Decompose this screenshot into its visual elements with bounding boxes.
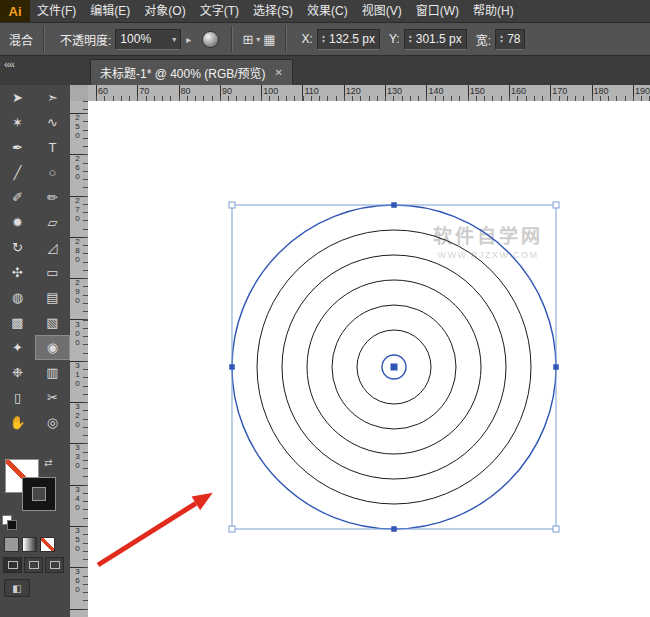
- stroke-swatch[interactable]: [22, 477, 56, 511]
- zoom-tool[interactable]: ◎: [35, 410, 70, 435]
- paintbrush-tool[interactable]: ✐: [0, 185, 35, 210]
- hruler-label: 120: [346, 86, 361, 96]
- chevron-down-icon[interactable]: ▾: [172, 35, 176, 44]
- annotation-arrow-head: [192, 493, 213, 510]
- blend-tool-icon: ◉: [47, 340, 58, 355]
- shape-builder-tool-icon: ◍: [12, 290, 23, 305]
- pen-tool[interactable]: ✒: [0, 135, 35, 160]
- hruler-label: 90: [222, 86, 232, 96]
- x-input[interactable]: ▴▾ 132.5 px: [317, 29, 380, 50]
- anchor-point[interactable]: [229, 364, 235, 370]
- free-transform-tool-icon: ▭: [46, 265, 58, 280]
- hruler-label: 160: [511, 86, 526, 96]
- selection-handle[interactable]: [229, 202, 235, 208]
- separator: [43, 26, 45, 52]
- eyedropper-tool[interactable]: ✦: [0, 335, 35, 360]
- stepper-icon[interactable]: ▴▾: [409, 34, 412, 44]
- opacity-label[interactable]: 不透明度:: [60, 31, 111, 48]
- shape-builder-tool[interactable]: ◍: [0, 285, 35, 310]
- transform-grid-icon[interactable]: ▦: [263, 32, 275, 47]
- blend-artwork[interactable]: [88, 101, 650, 617]
- default-colors-icon[interactable]: [2, 515, 18, 529]
- width-label: 宽:: [476, 31, 491, 48]
- gradient-tool[interactable]: ▧: [35, 310, 70, 335]
- selection-tool[interactable]: ➤: [0, 85, 35, 110]
- magic-wand-tool[interactable]: ✶: [0, 110, 35, 135]
- y-input[interactable]: ▴▾ 301.5 px: [404, 29, 467, 50]
- menu-item[interactable]: 效果(C): [300, 0, 355, 22]
- ruler-origin-corner[interactable]: [70, 85, 89, 102]
- vertical-ruler[interactable]: 250260270280290300310320330340350360: [70, 101, 89, 617]
- stepper-icon[interactable]: ▴▾: [500, 34, 503, 44]
- mesh-tool[interactable]: ▩: [0, 310, 35, 335]
- menu-item[interactable]: 选择(S): [246, 0, 300, 22]
- gradient-button[interactable]: [22, 537, 37, 552]
- opacity-input[interactable]: 100% ▾: [115, 29, 181, 50]
- line-segment-tool[interactable]: ╱: [0, 160, 35, 185]
- selection-handle[interactable]: [229, 526, 235, 532]
- color-button[interactable]: [4, 537, 19, 552]
- horizontal-ruler[interactable]: 60708090100110120130140150160170180190: [88, 85, 650, 102]
- perspective-grid-tool-icon: ▤: [46, 290, 58, 305]
- width-tool[interactable]: ✣: [0, 260, 35, 285]
- chevron-right-icon[interactable]: ▸: [186, 34, 191, 45]
- x-value: 132.5 px: [329, 32, 375, 46]
- chevron-down-icon[interactable]: ▾: [256, 35, 260, 44]
- align-icon[interactable]: ⊞: [242, 32, 253, 47]
- ellipse-tool-icon: ○: [49, 165, 57, 180]
- slice-tool[interactable]: ✂: [35, 385, 70, 410]
- artboard-canvas[interactable]: 软件自学网 WWW.RJZXW.COM: [88, 101, 650, 617]
- pen-tool-icon: ✒: [12, 140, 23, 155]
- tools-grid: ➤➣✶∿✒T╱○✐✏✹▱↻◿✣▭◍▤▩▧✦◉❉▥▯✂✋◎: [0, 85, 70, 435]
- menu-item[interactable]: 帮助(H): [466, 0, 521, 22]
- vruler-label: 330: [73, 443, 82, 470]
- menu-item[interactable]: 文字(T): [193, 0, 246, 22]
- lasso-tool[interactable]: ∿: [35, 110, 70, 135]
- column-graph-tool[interactable]: ▥: [35, 360, 70, 385]
- anchor-point[interactable]: [391, 526, 397, 532]
- hruler-label: 100: [263, 86, 278, 96]
- selection-handle[interactable]: [553, 202, 559, 208]
- direct-selection-tool[interactable]: ➣: [35, 85, 70, 110]
- draw-behind-button[interactable]: [24, 557, 43, 573]
- blend-tool[interactable]: ◉: [35, 335, 70, 360]
- vruler-label: 250: [73, 113, 82, 140]
- menu-item[interactable]: 窗口(W): [409, 0, 466, 22]
- symbol-sprayer-tool[interactable]: ❉: [0, 360, 35, 385]
- draw-inside-button[interactable]: [45, 557, 64, 573]
- center-anchor-point[interactable]: [391, 364, 398, 371]
- type-tool[interactable]: T: [35, 135, 70, 160]
- selection-handle[interactable]: [553, 526, 559, 532]
- menu-item[interactable]: 对象(O): [137, 0, 192, 22]
- screen-mode-button[interactable]: ◧: [4, 579, 30, 597]
- vruler-label: 260: [73, 154, 82, 181]
- menu-item[interactable]: 视图(V): [355, 0, 409, 22]
- vruler-label: 300: [73, 320, 82, 347]
- ellipse-tool[interactable]: ○: [35, 160, 70, 185]
- stepper-icon[interactable]: ▴▾: [322, 34, 325, 44]
- anchor-point[interactable]: [391, 202, 397, 208]
- free-transform-tool[interactable]: ▭: [35, 260, 70, 285]
- vruler-label: 350: [73, 526, 82, 553]
- eraser-tool[interactable]: ▱: [35, 210, 70, 235]
- perspective-grid-tool[interactable]: ▤: [35, 285, 70, 310]
- rotate-tool[interactable]: ↻: [0, 235, 35, 260]
- hand-tool[interactable]: ✋: [0, 410, 35, 435]
- recolor-artwork-icon[interactable]: [202, 31, 219, 48]
- draw-normal-button[interactable]: [3, 557, 22, 573]
- menu-item[interactable]: 编辑(E): [83, 0, 137, 22]
- anchor-point[interactable]: [553, 364, 559, 370]
- slice-tool-icon: ✂: [47, 390, 58, 405]
- blob-brush-tool[interactable]: ✹: [0, 210, 35, 235]
- close-icon[interactable]: ✕: [275, 67, 283, 78]
- none-button[interactable]: [40, 537, 55, 552]
- swap-colors-icon[interactable]: ⇄: [44, 457, 52, 468]
- toolbar-collapse-button[interactable]: ««: [4, 58, 14, 70]
- pencil-tool[interactable]: ✏: [35, 185, 70, 210]
- width-input[interactable]: ▴▾ 78: [495, 29, 525, 50]
- width-value: 78: [507, 32, 520, 46]
- menu-item[interactable]: 文件(F): [30, 0, 83, 22]
- document-tab[interactable]: 未标题-1* @ 400% (RGB/预览) ✕: [90, 59, 293, 85]
- artboard-tool[interactable]: ▯: [0, 385, 35, 410]
- scale-tool[interactable]: ◿: [35, 235, 70, 260]
